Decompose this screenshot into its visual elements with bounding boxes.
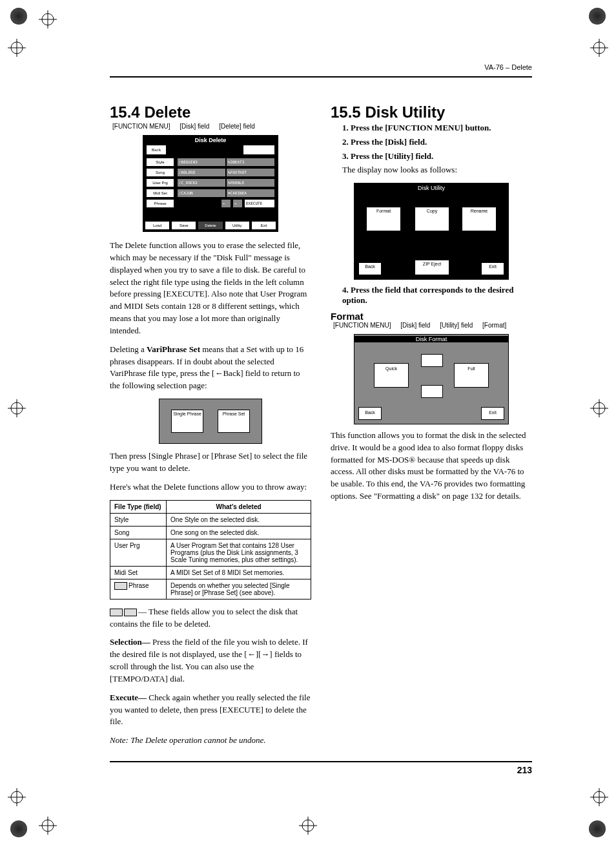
body-text: Selection— Press the field of the file y…: [110, 636, 311, 685]
page-number: 213: [517, 765, 532, 775]
register-mark: [590, 39, 608, 57]
table-cell: A MIDI Set Set of 8 MIDI Set memories.: [167, 566, 311, 579]
floppy-icon: [110, 609, 123, 616]
table-header: What's deleted: [167, 500, 311, 513]
section-heading-delete: 15.4 Delete: [110, 103, 311, 121]
text: Phrase: [128, 582, 149, 589]
crumb: [Delete] field: [219, 123, 255, 130]
floppy-icon: [243, 145, 275, 155]
disk-icon: [421, 385, 443, 398]
back-button: Back: [358, 407, 382, 420]
screenshot-disk-delete: Disk Delete Back Style Song User Prg Mid…: [143, 135, 278, 232]
full-button: Full: [454, 363, 489, 388]
bold-text: VariPhrase Set: [147, 344, 200, 354]
register-mark: [39, 817, 57, 835]
list-item: %PDOBLE: [226, 178, 275, 187]
register-mark: [299, 817, 317, 835]
steps-list: 1. Press the [FUNCTION MENU] button. 2. …: [342, 123, 532, 162]
disk-icon: [124, 609, 137, 616]
left-column: 15.4 Delete [FUNCTION MENU] [Disk] field…: [110, 103, 311, 761]
crumb: [Format]: [482, 322, 506, 329]
crumb: [Disk] field: [400, 322, 430, 329]
step-text: Press the [Utility] field.: [351, 151, 433, 161]
list-item: %3BEAT3: [226, 158, 275, 167]
rename-button: Rename: [462, 207, 497, 231]
exit-button: Exit: [481, 262, 504, 275]
subsection-heading-format: Format: [331, 311, 532, 322]
crop-circle: [10, 820, 27, 837]
copy-button: Copy: [415, 207, 449, 231]
sidebar-item: User Prg: [146, 178, 174, 187]
body-text: The display now looks as follows:: [342, 164, 532, 176]
step-text: Press the [FUNCTION MENU] button.: [351, 123, 491, 132]
zip-eject-button: ZIP Eject: [415, 260, 449, 275]
register-mark: [8, 39, 26, 57]
register-mark: [8, 788, 26, 806]
table-cell: One song on the selected disk.: [167, 526, 311, 539]
header-title: VA-76 – Delete: [484, 63, 532, 71]
delete-table: File Type (field) What's deleted StyleOn…: [110, 500, 311, 600]
text: Deleting a: [110, 344, 147, 354]
screenshot-disk-utility: Disk Utility Format Copy Rename ZIP Ejec…: [354, 183, 509, 280]
body-text: Then press [Single Phrase] or [Phrase Se…: [110, 450, 311, 475]
ss-sidebar: Style Song User Prg Midi Set Phrase: [146, 158, 174, 209]
step: 1. Press the [FUNCTION MENU] button.: [342, 123, 532, 133]
bottom-rule: [110, 761, 532, 762]
section-heading-disk-utility: 15.5 Disk Utility: [331, 103, 532, 121]
bold-text: Execute—: [110, 693, 147, 702]
breadcrumb: [FUNCTION MENU] [Disk] field [Utility] f…: [333, 322, 532, 329]
note-text: Note: The Delete operation cannot be und…: [110, 735, 311, 747]
sidebar-item: Phrase: [146, 199, 174, 208]
text: — These fields allow you to select the d…: [110, 607, 298, 629]
ss-file-list: ♪BEGUIN3%3BEAT3 ♪BOLERO%FOXTROT ♪C_ROCK2…: [177, 158, 275, 209]
step: 3. Press the [Utility] field.: [342, 151, 532, 162]
arrow-right-icon: →: [232, 199, 243, 208]
body-text: Execute— Check again whether you really …: [110, 692, 311, 729]
table-cell: Song: [110, 526, 167, 539]
list-item: ♦CARIBEA: [226, 189, 275, 198]
register-mark: [39, 10, 57, 28]
single-phrase-button: Single Phrase: [171, 410, 203, 433]
bottom-btn: Load: [145, 221, 170, 230]
list-item: %FOXTROT: [226, 168, 275, 177]
crop-circle: [589, 820, 606, 837]
sidebar-item: Song: [146, 168, 174, 177]
body-text: Here's what the Delete functions allow y…: [110, 481, 311, 494]
register-mark: [8, 399, 26, 417]
right-column: 15.5 Disk Utility 1. Press the [FUNCTION…: [331, 103, 532, 761]
top-rule: [110, 76, 532, 78]
screenshot-phrase-select: Single Phrase Phrase Set: [159, 399, 262, 444]
list-item: ♪C_ROCK2: [177, 178, 226, 187]
table-cell: A User Program Set that contains 128 Use…: [167, 539, 311, 566]
breadcrumb: [FUNCTION MENU] [Disk] field [Delete] fi…: [112, 123, 311, 130]
format-button: Format: [366, 207, 401, 231]
floppy-icon: [421, 354, 443, 367]
crumb: [Utility] field: [440, 322, 473, 329]
body-text: The Delete function allows you to erase …: [110, 240, 311, 337]
phrase-icon: [114, 582, 127, 590]
ss-title: Disk Format: [354, 336, 508, 342]
table-cell: Phrase: [110, 579, 167, 599]
steps-list: 4. Press the field that corresponds to t…: [342, 285, 532, 306]
table-cell: Depends on whether you selected [Single …: [167, 579, 311, 599]
table-cell: Style: [110, 513, 167, 526]
register-mark: [590, 399, 608, 417]
bottom-btn: Delete: [198, 221, 223, 230]
step: 2. Press the [Disk] field.: [342, 137, 532, 147]
execute-button: EXECUTE: [244, 199, 275, 208]
list-item: ♪BEGUIN3: [177, 158, 226, 167]
bottom-btn: Save: [171, 221, 196, 230]
bold-text: Selection—: [110, 637, 150, 647]
table-header: File Type (field): [110, 500, 167, 513]
table-cell: Midi Set: [110, 566, 167, 579]
register-mark: [590, 788, 608, 806]
ss-title: Disk Delete: [143, 137, 278, 143]
back-icon: Back: [146, 145, 167, 155]
arrow-left-icon: ←: [221, 199, 231, 208]
crop-circle: [10, 8, 27, 25]
phrase-set-button: Phrase Set: [218, 410, 250, 433]
body-text: This function allows you to format the d…: [331, 430, 532, 503]
list-item: ♪CAJUN: [177, 189, 226, 198]
bottom-btn: Utility: [225, 221, 250, 230]
sidebar-item: Style: [146, 158, 174, 167]
